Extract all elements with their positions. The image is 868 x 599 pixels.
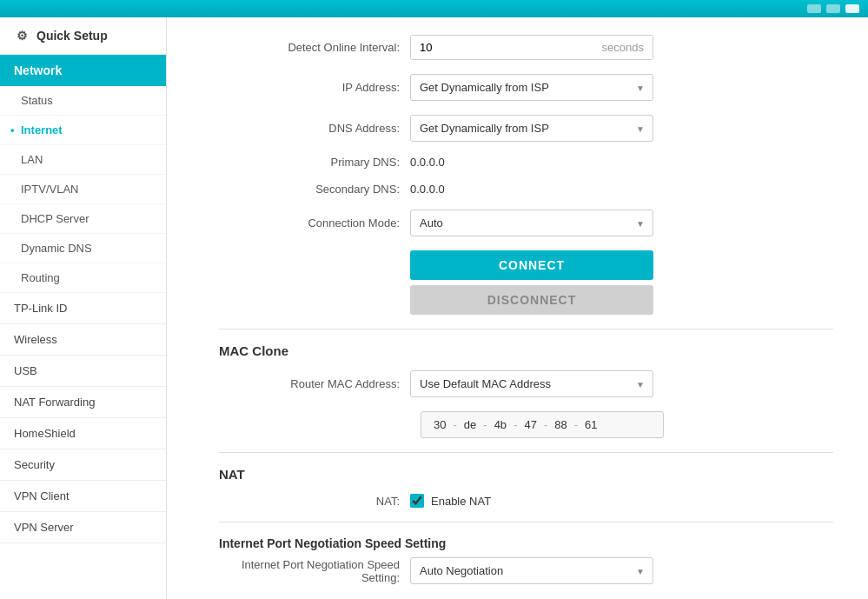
connect-buttons-row: CONNECT DISCONNECT xyxy=(219,250,833,315)
sidebar-item-lan[interactable]: LAN xyxy=(0,145,166,175)
nat-row: NAT: Enable NAT xyxy=(219,494,833,508)
mac-clone-title: MAC Clone xyxy=(219,343,833,358)
mac-seg-1: 30 xyxy=(430,416,449,433)
ip-address-label: IP Address: xyxy=(219,81,410,94)
port-neg-control: Auto Negotiation 10Mbps Half Duplex 10Mb… xyxy=(410,557,653,584)
dns-address-row: DNS Address: Get Dynamically from ISP Us… xyxy=(219,115,833,142)
sidebar-item-tplink-id[interactable]: TP-Link ID xyxy=(0,293,166,324)
disconnect-button[interactable]: DISCONNECT xyxy=(410,285,653,315)
mac-sep-1: - xyxy=(453,418,456,431)
mac-clone-divider xyxy=(219,329,833,329)
dns-address-select[interactable]: Get Dynamically from ISP Use The Followi… xyxy=(410,115,653,142)
sidebar-item-iptv-vlan[interactable]: IPTV/VLAN xyxy=(0,175,166,204)
dns-address-select-wrap: Get Dynamically from ISP Use The Followi… xyxy=(410,115,653,142)
minimize-icon[interactable] xyxy=(807,4,821,13)
connect-buttons-wrap: CONNECT DISCONNECT xyxy=(410,250,653,315)
connection-mode-label: Connection Mode: xyxy=(219,216,410,230)
detect-online-suffix: seconds xyxy=(593,36,653,59)
port-neg-row: Internet Port Negotiation Speed Setting:… xyxy=(219,557,833,584)
mac-sep-5: - xyxy=(574,418,578,431)
gear-icon: ⚙ xyxy=(14,28,30,43)
sidebar-item-dhcp-server[interactable]: DHCP Server xyxy=(0,204,166,234)
quick-setup-label: Quick Setup xyxy=(36,29,108,43)
secondary-dns-value: 0.0.0.0 xyxy=(410,183,653,196)
sidebar-item-dynamic-dns[interactable]: Dynamic DNS xyxy=(0,234,166,263)
content-area: Detect Online Interval: seconds IP Addre… xyxy=(167,17,868,599)
secondary-dns-label: Secondary DNS: xyxy=(219,183,410,196)
router-mac-select-wrap: Use Default MAC Address Clone Current PC… xyxy=(410,370,653,397)
sidebar-item-routing[interactable]: Routing xyxy=(0,263,166,293)
sidebar-item-nat-forwarding[interactable]: NAT Forwarding xyxy=(0,387,166,418)
mac-sep-2: - xyxy=(483,418,487,431)
secondary-dns-text: 0.0.0.0 xyxy=(410,177,445,201)
router-mac-control: Use Default MAC Address Clone Current PC… xyxy=(410,370,653,397)
top-bar xyxy=(0,0,868,17)
top-bar-icons xyxy=(807,4,859,13)
sidebar-item-security[interactable]: Security xyxy=(0,449,166,481)
sidebar-item-wireless[interactable]: Wireless xyxy=(0,324,166,356)
app-container: ⚙ Quick Setup Network Status Internet LA… xyxy=(0,0,868,599)
detect-online-input[interactable] xyxy=(411,36,593,59)
ip-address-control: Get Dynamically from ISP Static IP xyxy=(410,74,653,101)
dns-address-label: DNS Address: xyxy=(219,122,410,135)
detect-online-control: seconds xyxy=(410,35,653,60)
port-neg-label: Internet Port Negotiation Speed Setting: xyxy=(219,558,410,584)
mac-seg-5: 88 xyxy=(551,416,570,433)
mac-sep-4: - xyxy=(544,418,547,431)
nat-checkbox[interactable] xyxy=(410,494,424,508)
ip-address-select[interactable]: Get Dynamically from ISP Static IP xyxy=(410,74,653,101)
connection-mode-control: Auto Manual xyxy=(410,210,653,236)
mac-sep-3: - xyxy=(514,418,517,431)
dns-address-control: Get Dynamically from ISP Use The Followi… xyxy=(410,115,653,142)
router-mac-label: Router MAC Address: xyxy=(219,377,410,390)
router-mac-select[interactable]: Use Default MAC Address Clone Current PC… xyxy=(410,370,653,397)
router-mac-row: Router MAC Address: Use Default MAC Addr… xyxy=(219,370,833,397)
sidebar-quick-setup[interactable]: ⚙ Quick Setup xyxy=(0,17,166,55)
sidebar-network-header[interactable]: Network xyxy=(0,55,166,86)
port-neg-select-wrap: Auto Negotiation 10Mbps Half Duplex 10Mb… xyxy=(410,557,653,584)
port-neg-title: Internet Port Negotiation Speed Setting xyxy=(219,536,833,550)
sidebar-item-internet[interactable]: Internet xyxy=(0,116,166,145)
connection-mode-select[interactable]: Auto Manual xyxy=(410,210,653,236)
mac-seg-2: de xyxy=(461,416,480,433)
port-neg-select[interactable]: Auto Negotiation 10Mbps Half Duplex 10Mb… xyxy=(410,557,653,584)
sidebar-item-vpn-server[interactable]: VPN Server xyxy=(0,512,166,543)
detect-online-input-wrap: seconds xyxy=(410,35,653,60)
mac-seg-6: 61 xyxy=(581,416,600,433)
maximize-icon[interactable] xyxy=(826,4,840,13)
connect-button[interactable]: CONNECT xyxy=(410,250,653,280)
mac-seg-4: 47 xyxy=(520,416,540,433)
ip-address-select-wrap: Get Dynamically from ISP Static IP xyxy=(410,74,653,101)
detect-online-row: Detect Online Interval: seconds xyxy=(219,35,833,60)
sidebar-item-homeshield[interactable]: HomeShield xyxy=(0,418,166,449)
primary-dns-row: Primary DNS: 0.0.0.0 xyxy=(219,156,833,169)
sidebar-item-status[interactable]: Status xyxy=(0,86,166,116)
primary-dns-text: 0.0.0.0 xyxy=(410,150,445,174)
nat-title: NAT xyxy=(219,467,833,482)
sidebar-item-vpn-client[interactable]: VPN Client xyxy=(0,481,166,512)
nat-checkbox-wrap: Enable NAT xyxy=(410,494,491,508)
primary-dns-value: 0.0.0.0 xyxy=(410,156,653,169)
detect-online-label: Detect Online Interval: xyxy=(219,41,410,54)
sidebar-item-usb[interactable]: USB xyxy=(0,356,166,387)
ip-address-row: IP Address: Get Dynamically from ISP Sta… xyxy=(219,74,833,101)
main-layout: ⚙ Quick Setup Network Status Internet LA… xyxy=(0,17,868,599)
mac-seg-3: 4b xyxy=(491,416,510,433)
secondary-dns-row: Secondary DNS: 0.0.0.0 xyxy=(219,183,833,196)
mac-address-display: 30 - de - 4b - 47 - 88 - 61 xyxy=(421,411,664,438)
connection-mode-row: Connection Mode: Auto Manual xyxy=(219,210,833,236)
nat-label: NAT: xyxy=(219,495,410,508)
enable-nat-text: Enable NAT xyxy=(431,495,491,508)
sidebar: ⚙ Quick Setup Network Status Internet LA… xyxy=(0,17,167,599)
connection-mode-select-wrap: Auto Manual xyxy=(410,210,653,236)
close-icon[interactable] xyxy=(845,4,859,13)
primary-dns-label: Primary DNS: xyxy=(219,156,410,169)
nat-divider xyxy=(219,452,833,453)
port-neg-divider xyxy=(219,522,833,522)
